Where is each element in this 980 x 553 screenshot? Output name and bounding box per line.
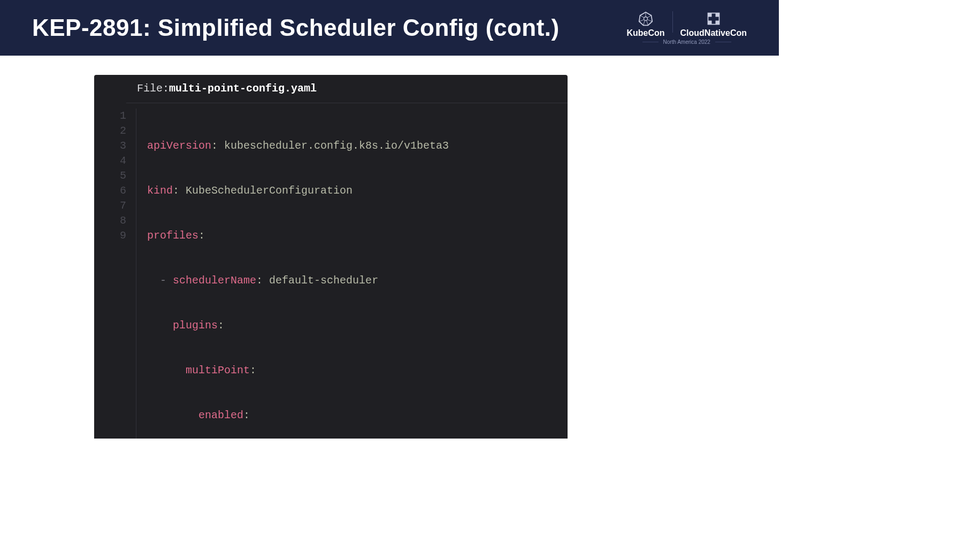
logo-separator: [672, 11, 673, 33]
svg-rect-10: [708, 13, 711, 17]
line-number: 7: [94, 198, 126, 213]
svg-rect-12: [708, 20, 711, 24]
line-number: 2: [94, 124, 126, 139]
cloudnativecon-logo: CloudNativeCon: [680, 11, 747, 38]
svg-point-1: [644, 17, 647, 20]
code-line: - schedulerName: default-scheduler: [147, 273, 539, 288]
line-number-gutter: 1 2 3 4 5 6 7 8 9: [94, 109, 136, 439]
cncf-icon: [706, 11, 721, 26]
line-number: 8: [94, 213, 126, 228]
line-number: 6: [94, 183, 126, 198]
kubecon-label: KubeCon: [626, 28, 664, 38]
code-file-header: File: multi-point-config.yaml: [126, 75, 568, 103]
slide-title: KEP-2891: Simplified Scheduler Config (c…: [32, 14, 560, 41]
svg-line-3: [647, 15, 652, 17]
code-block: File: multi-point-config.yaml 1 2 3 4 5 …: [94, 75, 568, 439]
code-line: kind: KubeSchedulerConfiguration: [147, 183, 539, 198]
slide-content: File: multi-point-config.yaml 1 2 3 4 5 …: [0, 56, 779, 439]
code-line: profiles:: [147, 228, 539, 243]
line-number: 3: [94, 139, 126, 153]
line-number: 4: [94, 153, 126, 168]
event-logos: KubeCon CloudNativeCon North America 202…: [626, 11, 747, 45]
svg-line-6: [644, 20, 645, 25]
file-label: File:: [137, 81, 169, 96]
code-line: apiVersion: kubescheduler.config.k8s.io/…: [147, 139, 539, 153]
code-line: plugins:: [147, 318, 539, 333]
event-name: North America 2022: [626, 39, 747, 45]
line-number: 5: [94, 168, 126, 183]
svg-rect-11: [715, 13, 719, 17]
svg-line-8: [640, 15, 644, 17]
kubernetes-wheel-icon: [638, 11, 653, 26]
code-line: multiPoint:: [147, 363, 539, 378]
line-number: 1: [94, 109, 126, 124]
kubecon-logo: KubeCon: [626, 11, 664, 38]
slide-header: KEP-2891: Simplified Scheduler Config (c…: [0, 0, 779, 56]
svg-rect-13: [715, 20, 719, 24]
svg-line-5: [647, 20, 648, 25]
code-lines: apiVersion: kubescheduler.config.k8s.io/…: [136, 109, 539, 439]
cloudnativecon-label: CloudNativeCon: [680, 28, 747, 38]
file-name: multi-point-config.yaml: [169, 81, 317, 96]
code-line: enabled:: [147, 408, 539, 423]
line-number: 9: [94, 228, 126, 243]
